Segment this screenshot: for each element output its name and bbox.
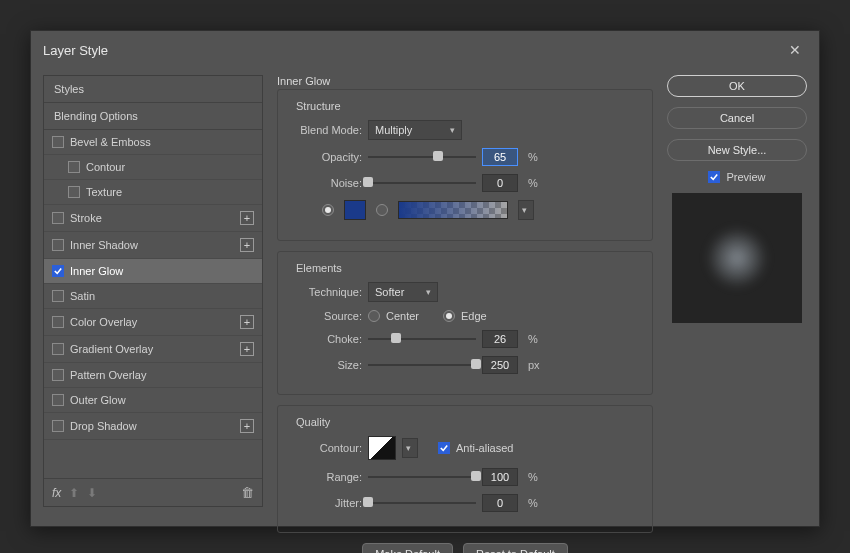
checkbox-color-overlay[interactable] — [52, 316, 64, 328]
row-stroke[interactable]: Stroke + — [44, 205, 262, 232]
fx-menu-icon[interactable]: fx — [52, 486, 61, 500]
row-color-overlay[interactable]: Color Overlay + — [44, 309, 262, 336]
add-drop-shadow-icon[interactable]: + — [240, 419, 254, 433]
structure-group: Structure Blend Mode: Multiply ▾ Opacity… — [277, 89, 653, 241]
color-type-radio-solid[interactable] — [322, 204, 334, 216]
contour-picker[interactable] — [368, 436, 396, 460]
quality-legend: Quality — [292, 416, 334, 428]
noise-slider[interactable] — [368, 176, 476, 190]
technique-label: Technique: — [290, 286, 362, 298]
checkbox-drop-shadow[interactable] — [52, 420, 64, 432]
structure-legend: Structure — [292, 100, 345, 112]
noise-input[interactable]: 0 — [482, 174, 518, 192]
row-contour[interactable]: Contour — [44, 155, 262, 180]
gradient-dropdown[interactable]: ▾ — [518, 200, 534, 220]
ok-button[interactable]: OK — [667, 75, 807, 97]
range-label: Range: — [290, 471, 362, 483]
contour-dropdown[interactable]: ▾ — [402, 438, 418, 458]
dialog-actions: OK Cancel New Style... Preview — [667, 75, 807, 507]
titlebar: Layer Style ✕ — [31, 31, 819, 69]
chevron-down-icon: ▾ — [406, 443, 411, 453]
range-input[interactable]: 100 — [482, 468, 518, 486]
trash-icon[interactable]: 🗑 — [241, 485, 254, 500]
noise-label: Noise: — [290, 177, 362, 189]
blend-mode-label: Blend Mode: — [290, 124, 362, 136]
dialog-title: Layer Style — [43, 43, 108, 58]
jitter-input[interactable]: 0 — [482, 494, 518, 512]
checkbox-outer-glow[interactable] — [52, 394, 64, 406]
size-slider[interactable] — [368, 358, 476, 372]
add-color-overlay-icon[interactable]: + — [240, 315, 254, 329]
choke-label: Choke: — [290, 333, 362, 345]
elements-group: Elements Technique: Softer ▾ Source: Cen… — [277, 251, 653, 395]
row-inner-shadow[interactable]: Inner Shadow + — [44, 232, 262, 259]
row-drop-shadow[interactable]: Drop Shadow + — [44, 413, 262, 440]
range-slider[interactable] — [368, 470, 476, 484]
blend-mode-select[interactable]: Multiply ▾ — [368, 120, 462, 140]
move-up-icon[interactable]: ⬆ — [69, 486, 79, 500]
make-default-button[interactable]: Make Default — [362, 543, 453, 553]
row-gradient-overlay[interactable]: Gradient Overlay + — [44, 336, 262, 363]
blending-options[interactable]: Blending Options — [44, 103, 262, 130]
preview-thumbnail — [672, 193, 802, 323]
opacity-input[interactable]: 65 — [482, 148, 518, 166]
preview-checkbox[interactable] — [708, 171, 720, 183]
choke-input[interactable]: 26 — [482, 330, 518, 348]
opacity-slider[interactable] — [368, 150, 476, 164]
add-gradient-overlay-icon[interactable]: + — [240, 342, 254, 356]
cancel-button[interactable]: Cancel — [667, 107, 807, 129]
checkbox-inner-shadow[interactable] — [52, 239, 64, 251]
reset-default-button[interactable]: Reset to Default — [463, 543, 568, 553]
source-edge-radio[interactable] — [443, 310, 455, 322]
checkbox-stroke[interactable] — [52, 212, 64, 224]
elements-legend: Elements — [292, 262, 346, 274]
jitter-label: Jitter: — [290, 497, 362, 509]
row-bevel-emboss[interactable]: Bevel & Emboss — [44, 130, 262, 155]
settings-panel: Inner Glow Structure Blend Mode: Multipl… — [277, 75, 653, 507]
size-label: Size: — [290, 359, 362, 371]
preview-toggle[interactable]: Preview — [667, 171, 807, 183]
effects-list: Styles Blending Options Bevel & Emboss C… — [43, 75, 263, 507]
choke-slider[interactable] — [368, 332, 476, 346]
chevron-down-icon: ▾ — [426, 287, 431, 297]
jitter-slider[interactable] — [368, 496, 476, 510]
antialiased-checkbox[interactable] — [438, 442, 450, 454]
dialog-body: Styles Blending Options Bevel & Emboss C… — [31, 69, 819, 519]
row-inner-glow[interactable]: Inner Glow — [44, 259, 262, 284]
row-texture[interactable]: Texture — [44, 180, 262, 205]
color-type-radio-gradient[interactable] — [376, 204, 388, 216]
gradient-preview[interactable] — [398, 201, 508, 219]
color-swatch[interactable] — [344, 200, 366, 220]
row-pattern-overlay[interactable]: Pattern Overlay — [44, 363, 262, 388]
row-outer-glow[interactable]: Outer Glow — [44, 388, 262, 413]
checkbox-gradient-overlay[interactable] — [52, 343, 64, 355]
checkbox-inner-glow[interactable] — [52, 265, 64, 277]
new-style-button[interactable]: New Style... — [667, 139, 807, 161]
technique-select[interactable]: Softer ▾ — [368, 282, 438, 302]
checkbox-texture[interactable] — [68, 186, 80, 198]
checkbox-satin[interactable] — [52, 290, 64, 302]
size-input[interactable]: 250 — [482, 356, 518, 374]
move-down-icon[interactable]: ⬇ — [87, 486, 97, 500]
contour-label: Contour: — [290, 442, 362, 454]
add-inner-shadow-icon[interactable]: + — [240, 238, 254, 252]
source-center-radio[interactable] — [368, 310, 380, 322]
close-icon[interactable]: ✕ — [783, 38, 807, 62]
checkbox-contour[interactable] — [68, 161, 80, 173]
row-satin[interactable]: Satin — [44, 284, 262, 309]
opacity-label: Opacity: — [290, 151, 362, 163]
checkbox-bevel[interactable] — [52, 136, 64, 148]
effects-footer: fx ⬆ ⬇ 🗑 — [44, 478, 262, 506]
checkbox-pattern-overlay[interactable] — [52, 369, 64, 381]
styles-header[interactable]: Styles — [44, 76, 262, 103]
layer-style-dialog: Layer Style ✕ Styles Blending Options Be… — [30, 30, 820, 527]
chevron-down-icon: ▾ — [450, 125, 455, 135]
source-label: Source: — [290, 310, 362, 322]
panel-title: Inner Glow — [277, 75, 653, 87]
quality-group: Quality Contour: ▾ Anti-aliased Range: 1… — [277, 405, 653, 533]
chevron-down-icon: ▾ — [522, 205, 527, 215]
add-stroke-icon[interactable]: + — [240, 211, 254, 225]
